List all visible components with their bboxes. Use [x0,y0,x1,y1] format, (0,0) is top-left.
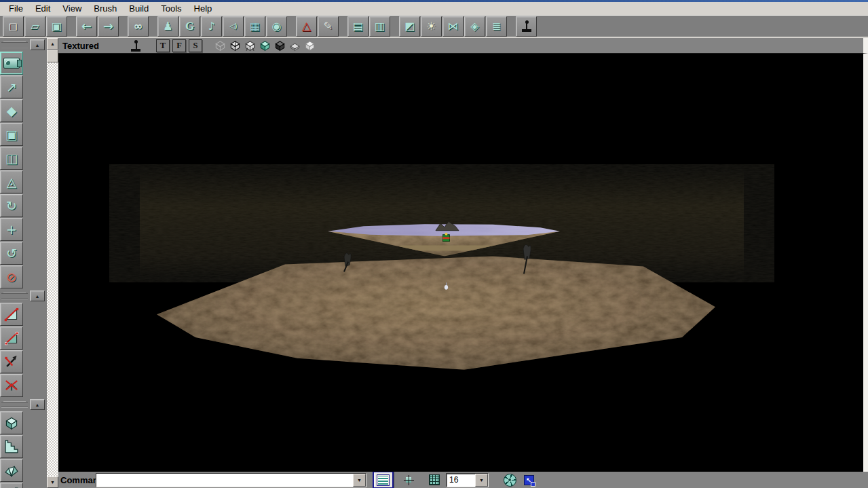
new-map-button[interactable]: ◻ [3,16,24,37]
render-mode-light-only-button[interactable] [272,39,287,52]
texture-browser-button[interactable]: ▦ [244,16,265,37]
build-paths-button[interactable]: ⋈ [442,16,464,37]
music-browser-icon: ♪ [208,21,214,32]
build-all-button[interactable]: ◈ [464,16,485,37]
camera-tools-group-header: ▲ [0,38,45,52]
actor-class-browser-icon: ♟ [163,21,172,32]
new-file-icon: ◻ [9,21,18,32]
extrude-icon: ◬ [7,176,17,189]
render-mode-bsp-cuts-button[interactable] [287,39,302,52]
script-editor-button[interactable]: ✎ [318,16,339,37]
2d-shape-editor-button[interactable]: △ [296,16,317,37]
build-lighting-button[interactable]: ☀ [421,16,442,37]
menu-brush[interactable]: Brush [88,3,123,15]
command-dropdown-button[interactable]: ▼ [353,474,366,487]
2d-shape-editor-icon: △ [302,20,311,32]
scrollbar-down-button[interactable]: ▼ [47,476,58,488]
tool-palette: ▲↗◆▣◫◬↻+↺⊘▲▲▲▲InsAll ▲ ▼ [0,38,58,488]
mesh-browser-button[interactable]: ◉ [266,16,287,37]
actor-class-browser-button[interactable]: ♟ [157,16,178,37]
build-lighting-icon: ☀ [426,21,436,32]
viewport-mode-label: Textured [62,41,128,51]
camera-tools-group-collapse-button[interactable]: ▲ [30,39,45,50]
viewport-toggle-t[interactable]: T [156,39,170,52]
clip-triangle-icon [4,307,19,322]
grid-toggle-button[interactable] [427,472,442,487]
vertex-editing-tool[interactable]: ↗ [0,75,23,98]
brush-primitives-group-collapse-button[interactable]: ▲ [30,399,45,410]
viewport-toggle-s[interactable]: S [189,39,202,52]
main-toolbar: ◻▱▣←→∞♟G♪◁)▦◉△✎▤▥◩☀⋈◈≣ [0,16,868,38]
camera-icon [3,58,20,69]
stairs-curved-icon [4,439,19,454]
render-mode-plain-button[interactable] [302,39,317,52]
viewport-toggle-f[interactable]: F [172,39,186,52]
texture-rotate-tool[interactable]: ↺ [0,242,23,265]
undo-button[interactable]: ← [76,16,97,37]
brush-rotate-tool[interactable]: ↻ [0,194,23,217]
brush-extrude-tool[interactable]: ◬ [0,170,23,193]
texture-pan-icon: + [6,223,17,236]
save-map-button[interactable]: ▣ [46,16,67,37]
menu-build[interactable]: Build [123,3,155,15]
grid-size-dropdown-button[interactable]: ▼ [475,474,488,487]
play-map-button[interactable] [516,16,537,37]
render-mode-zones-button[interactable] [227,39,242,52]
rotation-grid-button[interactable] [502,472,517,487]
menu-bar: FileEditViewBrushBuildToolsHelp [0,2,868,16]
actor-properties-icon: ▤ [353,21,363,32]
brush-primitives-group [0,411,45,488]
texture-pan-tool[interactable]: + [0,218,23,241]
toolbar-group [516,16,537,37]
build-geometry-button[interactable]: ◩ [399,16,420,37]
surface-properties-button[interactable]: ▥ [369,16,390,37]
actor-properties-button[interactable]: ▤ [347,16,369,37]
log-window-button[interactable] [373,471,394,488]
brush-clip-tool[interactable] [0,303,23,326]
clip-flip-tool[interactable] [0,350,23,373]
brush-stretch-tool[interactable]: ▣ [0,123,23,146]
group-browser-button[interactable]: G [179,16,200,37]
clip-delete-tool[interactable] [0,374,23,397]
search-icon: ∞ [134,21,143,32]
group-separator [1,402,28,407]
command-input[interactable] [96,474,353,487]
cube-brush-tool[interactable] [0,411,23,434]
clipping-tools-group-collapse-button[interactable]: ▲ [30,290,45,301]
maximize-viewport-button[interactable]: ↖ [521,472,536,487]
menu-help[interactable]: Help [188,3,219,15]
brush-resize-box-tool[interactable]: ◫ [0,147,23,170]
render-mode-wireframe-button[interactable] [212,39,227,52]
linear-staircase-tool[interactable] [0,483,23,488]
brush-clip-split-tool[interactable] [0,326,23,350]
vertex-snap-button[interactable] [401,472,416,487]
spiral-staircase-tool[interactable] [0,459,23,482]
build-options-button[interactable]: ≣ [486,16,507,37]
sound-browser-button[interactable]: ◁) [223,16,244,37]
menu-view[interactable]: View [56,3,88,15]
viewport-3d[interactable] [58,54,868,472]
menu-edit[interactable]: Edit [29,3,56,15]
snapped-scale-tool[interactable]: ⊘ [0,265,23,288]
brush-primitives-group-header: ▲ [0,398,45,411]
scrollbar-up-button[interactable]: ▲ [47,38,58,50]
music-browser-button[interactable]: ♪ [201,16,222,37]
render-mode-textured-button[interactable] [257,39,272,52]
render-mode-texture-usage-button[interactable] [242,39,257,52]
brush-scale-tool[interactable]: ◆ [0,99,23,122]
brush-scale-icon: ◆ [7,105,17,117]
redo-button[interactable]: → [98,16,119,37]
camera-movement-tool[interactable] [0,52,23,75]
unrealed-window: FileEditViewBrushBuildToolsHelp ◻▱▣←→∞♟G… [0,0,868,488]
menu-file[interactable]: File [3,3,29,15]
group-separator [1,42,28,48]
menu-tools[interactable]: Tools [155,3,187,15]
joystick-icon[interactable] [130,40,141,52]
search-actors-button[interactable]: ∞ [128,16,149,37]
camera-tools-group: ↗◆▣◫◬↻+↺⊘ [0,52,45,289]
scrollbar-track[interactable] [47,62,58,476]
grid-size-value[interactable]: 16 [447,474,475,487]
open-map-button[interactable]: ▱ [24,16,45,37]
scrollbar-thumb[interactable] [47,50,58,62]
curved-staircase-tool[interactable] [0,435,23,458]
